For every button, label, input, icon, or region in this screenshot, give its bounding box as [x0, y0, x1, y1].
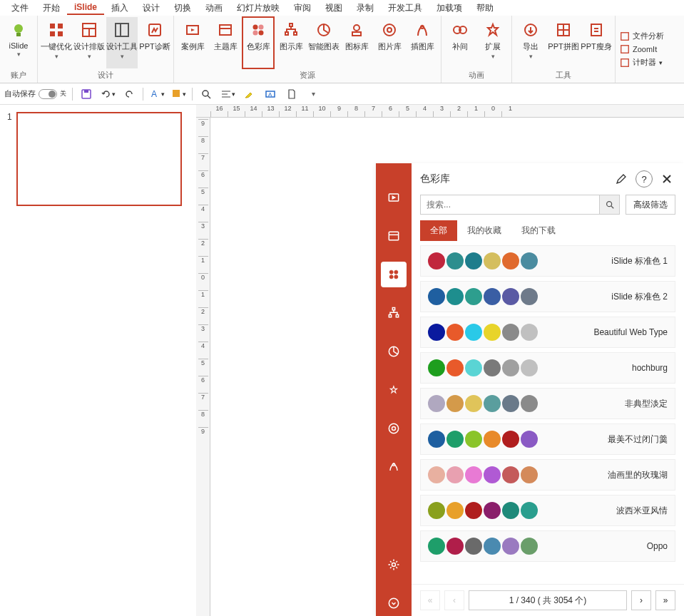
menu-item-1[interactable]: 开始 — [36, 1, 67, 16]
tool-analyze[interactable]: 文件分析 — [620, 31, 664, 41]
close-icon[interactable] — [658, 170, 675, 188]
svg-rect-57 — [389, 315, 391, 317]
palette-row[interactable]: Oppo — [420, 530, 675, 562]
ribbon-chart-button[interactable]: 智能图表 — [308, 17, 340, 68]
pager-last-button[interactable]: » — [655, 590, 675, 610]
more-icon[interactable]: ▾ — [305, 86, 321, 102]
palette-name: 波西米亚风情 — [539, 505, 668, 517]
edit-icon[interactable] — [613, 170, 630, 188]
menu-item-9[interactable]: 视图 — [318, 1, 349, 16]
color-swatch — [428, 252, 445, 270]
palette-row[interactable]: 波西米亚风情 — [420, 495, 675, 526]
help-icon[interactable]: ? — [635, 170, 653, 188]
color-swatch — [465, 502, 482, 519]
ribbon-puzzle-button[interactable]: PPT拼图 — [548, 17, 579, 68]
ribbon-islide-button[interactable]: iSlide▾ — [3, 17, 34, 68]
shape-fill-icon[interactable]: ▾ — [170, 86, 186, 102]
menu-item-7[interactable]: 幻灯片放映 — [230, 1, 287, 16]
menu-item-12[interactable]: 加载项 — [429, 1, 469, 16]
color-swatch — [502, 502, 519, 519]
ribbon-tools-button[interactable]: 设计工具▾ — [106, 17, 138, 68]
color-swatch — [428, 538, 445, 555]
ribbon-grid-button[interactable]: 一键优化▾ — [41, 17, 72, 68]
palette-row[interactable]: iSlide 标准色 1 — [420, 245, 675, 277]
palette-row[interactable]: 油画里的玫瑰湖 — [420, 459, 675, 491]
ribbon-extend-button[interactable]: 扩展▾ — [477, 17, 509, 68]
new-file-icon[interactable] — [284, 86, 300, 102]
ribbon-icons-button[interactable]: 图标库 — [341, 17, 372, 68]
undo-icon[interactable]: ▾ — [100, 86, 116, 102]
palette-row[interactable]: Beautiful Web Type — [420, 317, 675, 348]
sidebar-illust-icon[interactable] — [381, 454, 407, 480]
advanced-filter-button[interactable]: 高级筛选 — [626, 195, 675, 215]
sidebar-theme-icon[interactable] — [381, 223, 407, 249]
menu-item-0[interactable]: 文件 — [4, 1, 36, 16]
tool-zoom[interactable]: ZoomIt — [620, 44, 664, 54]
palette-row[interactable]: 非典型淡定 — [420, 388, 675, 419]
ribbon-diagram-button[interactable]: 图示库 — [275, 17, 307, 68]
search-input[interactable] — [421, 195, 599, 214]
sidebar-chart-icon[interactable] — [381, 339, 407, 364]
autosave-toggle[interactable]: 自动保存 关 — [4, 88, 66, 99]
menu-item-4[interactable]: 设计 — [136, 1, 167, 16]
colorlib-tab-1[interactable]: 我的收藏 — [457, 220, 511, 241]
ribbon-illust-button[interactable]: 插图库 — [407, 17, 438, 68]
ribbon-layout-button[interactable]: 设计排版▾ — [73, 17, 105, 68]
menu-item-8[interactable]: 审阅 — [287, 1, 318, 16]
palette-row[interactable]: hochburg — [420, 352, 675, 384]
ribbon-group-label: 工具 — [515, 68, 612, 82]
svg-point-55 — [394, 275, 398, 279]
menu-item-6[interactable]: 动画 — [198, 1, 230, 16]
sidebar-icons-icon[interactable] — [381, 377, 407, 403]
svg-point-15 — [253, 25, 258, 30]
search-button[interactable] — [599, 195, 619, 214]
menu-item-11[interactable]: 开发工具 — [381, 1, 429, 16]
color-swatch — [446, 502, 464, 519]
ribbon-diagnose-button[interactable]: PPT诊断 — [139, 17, 170, 68]
menu-item-2[interactable]: iSlide — [67, 1, 104, 15]
sidebar-diagram-icon[interactable] — [381, 300, 407, 326]
sidebar-images-icon[interactable] — [381, 416, 407, 441]
pager-next-button[interactable]: › — [631, 590, 651, 610]
colorlib-tab-2[interactable]: 我的下载 — [511, 220, 566, 241]
ribbon-palette-button[interactable]: 色彩库 — [243, 17, 274, 68]
slide-thumbnail[interactable] — [16, 112, 182, 206]
menu-item-5[interactable]: 切换 — [167, 1, 198, 16]
save-icon[interactable] — [78, 86, 94, 102]
ribbon-case-button[interactable]: 案例库 — [177, 17, 208, 68]
pager-first-button[interactable]: « — [420, 590, 440, 610]
redo-icon[interactable] — [121, 86, 137, 102]
icons-icon — [348, 21, 365, 38]
slide-thumbnail-panel: 1 — [0, 105, 196, 616]
ribbon-theme-button[interactable]: 主题库 — [210, 17, 241, 68]
toggle-switch[interactable] — [39, 89, 57, 99]
palette-row[interactable]: iSlide 标准色 2 — [420, 281, 675, 312]
svg-point-62 — [392, 463, 394, 466]
ribbon-slim-button[interactable]: PPT瘦身 — [581, 17, 612, 68]
colorlib-tab-0[interactable]: 全部 — [420, 220, 457, 241]
islide-icon — [10, 21, 27, 38]
sidebar-palette-icon[interactable] — [381, 262, 407, 287]
svg-rect-56 — [392, 308, 394, 310]
palette-row[interactable]: 最美不过闭门羹 — [420, 423, 675, 455]
tool-timer[interactable]: 计时器 ▾ — [620, 57, 664, 68]
menu-item-13[interactable]: 帮助 — [469, 1, 501, 16]
sidebar-case-icon[interactable] — [381, 185, 407, 210]
color-swatch — [502, 538, 519, 555]
palette-name: 油画里的玫瑰湖 — [539, 469, 668, 481]
align-icon[interactable]: ▾ — [220, 86, 235, 102]
highlight-icon[interactable] — [241, 86, 257, 102]
sidebar-collapse-icon[interactable] — [381, 590, 407, 616]
zoom-icon[interactable] — [198, 86, 214, 102]
svg-rect-50 — [389, 232, 398, 240]
textbox-icon[interactable]: A — [262, 86, 278, 102]
sidebar-settings-icon[interactable] — [381, 552, 407, 578]
text-format-icon[interactable]: A▾ — [149, 86, 165, 102]
menu-item-3[interactable]: 插入 — [104, 1, 136, 16]
palette-name: Beautiful Web Type — [539, 327, 668, 337]
ribbon-export-button[interactable]: 导出▾ — [515, 17, 546, 68]
pager-prev-button[interactable]: ‹ — [444, 590, 464, 610]
ribbon-images-button[interactable]: 图片库 — [374, 17, 405, 68]
ribbon-tween-button[interactable]: 补间 — [444, 17, 476, 68]
menu-item-10[interactable]: 录制 — [349, 1, 381, 16]
